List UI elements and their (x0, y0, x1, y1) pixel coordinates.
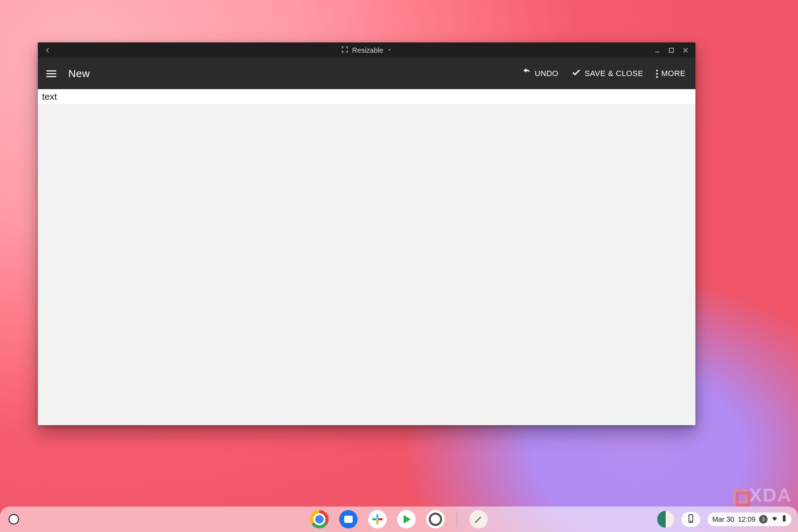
resizable-label: Resizable (352, 46, 383, 54)
phone-icon (686, 514, 695, 525)
shelf-status-area: Mar 30 12:09 3 (657, 511, 792, 528)
more-button[interactable]: MORE (656, 69, 686, 78)
shelf-app-settings[interactable] (426, 510, 445, 528)
page-title: New (68, 68, 90, 80)
close-button[interactable] (678, 42, 693, 58)
back-button[interactable] (41, 42, 55, 58)
undo-label: UNDO (535, 69, 559, 78)
watermark: XDA (733, 484, 792, 506)
svg-rect-2 (376, 520, 378, 525)
status-time: 12:09 (738, 515, 756, 524)
svg-rect-8 (783, 515, 785, 515)
shelf-app-files[interactable] (339, 510, 358, 528)
launcher-button[interactable] (8, 514, 19, 525)
svg-rect-7 (783, 515, 785, 521)
shelf-app-text-editor[interactable] (469, 510, 488, 528)
battery-icon (782, 515, 787, 524)
editor-body[interactable] (38, 105, 695, 425)
menu-button[interactable] (44, 66, 58, 81)
watermark-text: XDA (749, 484, 792, 505)
more-label: MORE (661, 69, 686, 78)
minimize-button[interactable] (650, 42, 664, 58)
app-toolbar: New UNDO SAVE & CLOSE MORE (38, 58, 695, 89)
undo-button[interactable]: UNDO (521, 68, 559, 80)
shelf-apps (310, 510, 488, 528)
check-icon (571, 68, 581, 80)
svg-point-6 (690, 521, 691, 521)
svg-rect-1 (376, 514, 378, 519)
status-tray[interactable]: Mar 30 12:09 3 (707, 513, 792, 526)
notification-count: 3 (759, 515, 768, 524)
resizable-dropdown[interactable]: Resizable (38, 46, 695, 55)
save-close-label: SAVE & CLOSE (585, 69, 643, 78)
watermark-logo-icon (733, 489, 748, 504)
resize-frame-icon (341, 46, 349, 55)
chevron-down-icon (387, 46, 392, 54)
shelf-app-chrome[interactable] (310, 510, 329, 528)
save-close-button[interactable]: SAVE & CLOSE (571, 68, 643, 80)
editor-first-line[interactable]: text (38, 89, 695, 105)
shelf-app-slack[interactable] (368, 510, 387, 528)
svg-rect-0 (669, 48, 673, 52)
shelf-divider (457, 511, 457, 527)
window-titlebar: Resizable (38, 42, 695, 58)
shelf-app-play-store[interactable] (397, 510, 416, 528)
phone-hub-button[interactable] (681, 512, 700, 527)
wifi-icon (771, 515, 778, 524)
maximize-button[interactable] (664, 42, 678, 58)
editor-first-line-text: text (42, 91, 57, 102)
status-date: Mar 30 (712, 515, 734, 524)
svg-rect-3 (372, 518, 377, 520)
svg-rect-4 (378, 518, 383, 520)
more-vert-icon (656, 70, 658, 78)
shelf: Mar 30 12:09 3 (0, 507, 798, 532)
user-avatar[interactable] (657, 511, 674, 528)
app-window: Resizable New (38, 42, 695, 425)
undo-icon (521, 68, 531, 80)
